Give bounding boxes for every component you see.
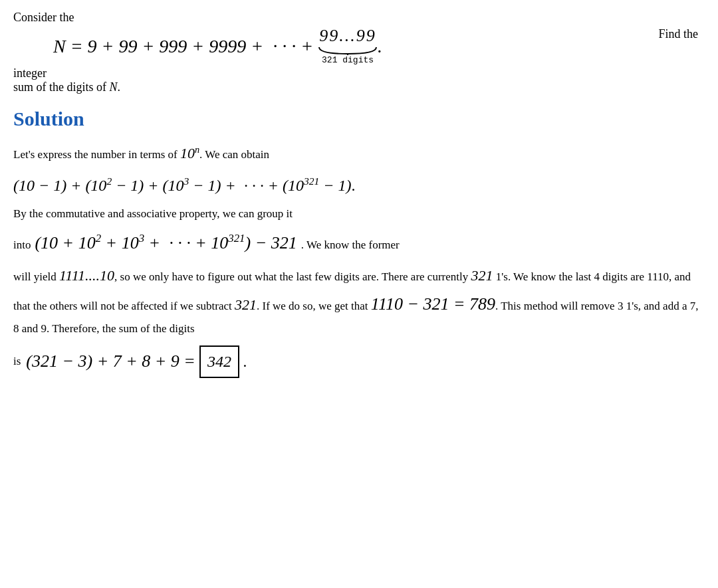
sum-text-before: sum of the digits of xyxy=(13,80,110,94)
group-equation: (10 + 102 + 103 + · · · + 10321) − 321 xyxy=(35,229,297,258)
sum-text-after: . xyxy=(118,80,121,94)
into-line: into (10 + 102 + 103 + · · · + 10321) − … xyxy=(13,229,705,258)
solution-para1: Let's express the number in terms of 10n… xyxy=(13,141,705,167)
consider-text: Consider the xyxy=(13,11,74,24)
n-variable: N xyxy=(110,80,118,94)
yield-math: 1111....10 xyxy=(59,267,114,284)
expand-eq-text: (10 − 1) + (102 − 1) + (103 − 1) + · · ·… xyxy=(13,177,352,194)
integer-label: integer xyxy=(13,66,705,80)
underbrace-group: 99...99 321 digits xyxy=(318,26,378,65)
problem-section: Consider the N = 9 + 99 + 999 + 9999 + ·… xyxy=(13,11,705,94)
findthe-label: Find the xyxy=(658,27,705,41)
para1-cont: . We can obtain xyxy=(199,148,269,161)
yield-cont: , so we only have to figure out what the… xyxy=(114,270,471,283)
will-yield-text: will yield xyxy=(13,270,59,283)
former-text: . We know the former xyxy=(301,236,400,255)
n-equals: N = 9 + 99 + 999 + 9999 + · · · + xyxy=(53,36,318,57)
into-word: into xyxy=(13,236,31,255)
ninety-nines: 99...99 xyxy=(319,26,376,46)
subtract-321: 321 xyxy=(235,296,257,313)
solution-heading: Solution xyxy=(13,108,705,130)
commutative-para: By the commutative and associative prope… xyxy=(13,204,705,224)
consider-line: Consider the xyxy=(13,11,705,25)
sum-line: sum of the digits of N. xyxy=(13,80,705,94)
final-period: . xyxy=(243,348,247,375)
final-equation: (321 − 3) + 7 + 8 + 9 = xyxy=(26,347,195,376)
solution-section: Solution Let's express the number in ter… xyxy=(13,108,705,378)
10n-math: 10n xyxy=(180,145,199,161)
expansion-equation: (10 − 1) + (102 − 1) + (103 − 1) + · · ·… xyxy=(13,173,705,197)
arithmetic-eq: 1110 − 321 = 789 xyxy=(371,294,495,314)
main-equation: N = 9 + 99 + 999 + 9999 + · · · + 99...9… xyxy=(13,27,382,65)
main-equation-row: N = 9 + 99 + 999 + 9999 + · · · + 99...9… xyxy=(13,27,705,65)
para1-text: Let's express the number in terms of xyxy=(13,148,180,161)
expand-period: . xyxy=(352,177,356,194)
count-321: 321 xyxy=(471,267,493,284)
yield-para: will yield 1111....10, so we only have t… xyxy=(13,263,705,339)
answer-box: 342 xyxy=(199,345,239,378)
final-answer-line: is (321 − 3) + 7 + 8 + 9 = 342 . xyxy=(13,345,705,378)
solution-body: Let's express the number in terms of 10n… xyxy=(13,141,705,378)
digit-count-label: 321 digits xyxy=(322,55,374,65)
underbrace-svg xyxy=(318,46,378,55)
trailing-period: . xyxy=(378,36,382,57)
subtract-cont: . If we do so, we get that xyxy=(257,300,371,312)
is-label: is xyxy=(13,352,21,371)
